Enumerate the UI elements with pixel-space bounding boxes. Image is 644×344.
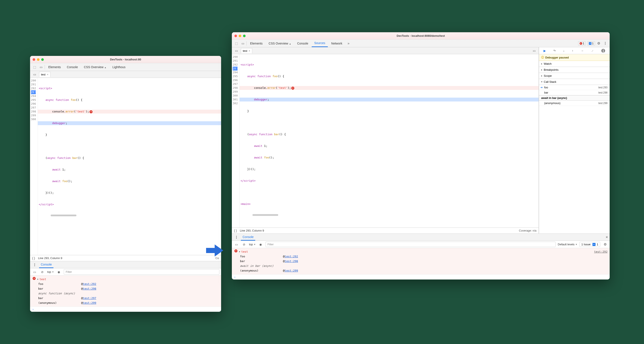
inspect-icon[interactable]: ⬚ [234, 41, 239, 46]
trace-link[interactable]: test:299 [285, 268, 298, 273]
device-toggle-icon[interactable]: ▭ [38, 64, 44, 70]
code-area[interactable]: <script> async function foo() { console.… [240, 54, 538, 228]
pane-watch[interactable]: Watch [539, 61, 610, 67]
minimize-window-icon[interactable] [37, 58, 40, 61]
drawer-header: Console [30, 261, 221, 268]
live-expression-icon[interactable]: ◉ [56, 269, 62, 275]
step-into-icon[interactable]: ↓ [563, 49, 564, 53]
close-file-icon[interactable]: × [248, 49, 250, 53]
trace-link[interactable]: test:299 [83, 301, 96, 305]
debugger-controls: ▶ ↷ ↓ ↑ → ⟋ ‖ [539, 47, 610, 54]
filter-input[interactable]: Filter [266, 242, 556, 247]
close-file-icon[interactable]: × [47, 73, 48, 76]
device-toggle-icon[interactable]: ▭ [240, 41, 246, 46]
context-selector[interactable]: top [249, 243, 256, 246]
tab-elements[interactable]: Elements [248, 40, 265, 47]
issues-badge[interactable]: 1 Issue:✉1 [580, 242, 600, 247]
pause-exceptions-icon[interactable]: ‖ [601, 49, 605, 53]
tab-sources[interactable]: Sources [312, 40, 328, 47]
titlebar: DevTools - localhost:8080/demo/test [232, 32, 610, 40]
console-prompt[interactable]: › [232, 274, 610, 279]
error-count-badge[interactable]: ×1 [578, 41, 586, 46]
line-gutter[interactable]: 290 291 292 293 294 295 296 297 298 299 … [232, 54, 240, 228]
devtools-window-left: DevTools - localhost:80 ⬚ ▭ Elements Con… [30, 56, 221, 312]
callstack-frame[interactable]: footest:293 [539, 85, 610, 90]
console-prompt[interactable]: › [30, 307, 221, 312]
source-editor: 290 291 292 293 294 295 296 297 298 299 … [30, 78, 221, 255]
svg-marker-0 [206, 244, 223, 256]
status-bar: { } Line 293, Column 9 Co [30, 255, 221, 261]
pane-breakpoints[interactable]: Breakpoints [539, 67, 610, 73]
sources-toolbar: ▭ test × ▭ [232, 47, 538, 54]
pane-scope[interactable]: Scope [539, 73, 610, 79]
step-out-icon[interactable]: ↑ [572, 49, 573, 53]
tab-css-overview[interactable]: CSS Overview [266, 40, 294, 47]
tab-lighthouse[interactable]: Lighthous [110, 64, 128, 71]
tab-elements[interactable]: Elements [46, 64, 63, 71]
error-marker-icon[interactable]: × [291, 87, 294, 90]
trace-link[interactable]: test:292 [285, 254, 298, 259]
resume-icon[interactable]: ▶ [544, 49, 546, 53]
code-area[interactable]: <script> async function foo() { console.… [38, 78, 221, 255]
toggle-sidebar-icon[interactable]: ▭ [531, 48, 537, 54]
step-icon[interactable]: → [581, 49, 584, 53]
main-tabbar: ⬚ ▭ Elements CSS Overview Console Source… [232, 40, 610, 47]
log-levels-selector[interactable]: Default levels [558, 243, 577, 246]
navigator-icon[interactable]: ▭ [32, 72, 37, 77]
close-window-icon[interactable] [33, 58, 35, 61]
trace-link[interactable]: test:292 [83, 282, 96, 286]
drawer-header: Console × [232, 234, 610, 241]
message-count-badge[interactable]: ✉1 [587, 41, 595, 46]
maximize-window-icon[interactable] [41, 58, 44, 61]
sources-toolbar: ▭ test × [30, 71, 221, 78]
close-drawer-icon[interactable]: × [606, 235, 608, 240]
console-settings-icon[interactable] [602, 242, 608, 247]
error-marker-icon[interactable]: × [90, 110, 92, 113]
drawer-tab-console[interactable]: Console [39, 261, 54, 268]
maximize-window-icon[interactable] [243, 35, 246, 37]
deactivate-breakpoints-icon[interactable]: ⟋ [591, 49, 594, 53]
line-gutter[interactable]: 290 291 292 293 294 295 296 297 298 299 … [30, 78, 38, 255]
callstack-async-header: await in bar (async) [539, 95, 610, 101]
expand-icon[interactable]: ▾ [239, 249, 240, 254]
file-tab[interactable]: test × [39, 72, 50, 77]
clear-console-icon[interactable]: ⊘ [241, 242, 247, 247]
drawer-menu-icon[interactable] [32, 262, 37, 267]
expand-icon[interactable]: ▾ [37, 277, 39, 282]
h-scrollbar[interactable] [51, 215, 76, 216]
live-expression-icon[interactable]: ◉ [258, 242, 264, 247]
console-sidebar-icon[interactable]: ▭ [234, 242, 239, 247]
context-selector[interactable]: top [47, 270, 54, 273]
callstack-frame[interactable]: (anonymous)test:299 [539, 101, 610, 106]
file-tab-label: test [243, 49, 247, 53]
drawer-menu-icon[interactable] [234, 234, 239, 240]
step-over-icon[interactable]: ↷ [553, 49, 556, 53]
inspect-icon[interactable]: ⬚ [32, 64, 37, 70]
trace-link[interactable]: test:297 [83, 296, 96, 301]
close-window-icon[interactable] [234, 35, 237, 37]
tab-console[interactable]: Console [64, 64, 80, 71]
drawer-tab-console[interactable]: Console [241, 234, 255, 241]
h-scrollbar[interactable] [252, 214, 278, 216]
pretty-print-icon[interactable]: { } [234, 229, 237, 232]
minimize-window-icon[interactable] [239, 35, 241, 37]
coverage-label: Coverage: n/a [519, 229, 536, 232]
trace-link[interactable]: test:298 [285, 259, 298, 264]
pretty-print-icon[interactable]: { } [32, 256, 35, 260]
callstack-frame[interactable]: bartest:298 [539, 90, 610, 95]
clear-console-icon[interactable]: ⊘ [40, 269, 45, 275]
file-tab[interactable]: test × [241, 48, 252, 53]
tab-network[interactable]: Network [329, 40, 345, 47]
main-menu-icon[interactable] [602, 41, 608, 46]
navigator-icon[interactable]: ▭ [234, 48, 239, 54]
error-message: test [241, 249, 248, 254]
tab-console[interactable]: Console [294, 40, 310, 47]
source-link[interactable]: test:292 [594, 249, 608, 254]
trace-link[interactable]: test:298 [83, 286, 96, 291]
console-sidebar-icon[interactable]: ▭ [32, 269, 37, 275]
tab-css-overview[interactable]: CSS Overview [81, 64, 109, 71]
filter-input[interactable]: Filter [64, 269, 220, 275]
more-tabs-icon[interactable] [346, 41, 351, 46]
settings-icon[interactable] [596, 41, 602, 46]
pane-callstack[interactable]: Call Stack [539, 79, 610, 85]
